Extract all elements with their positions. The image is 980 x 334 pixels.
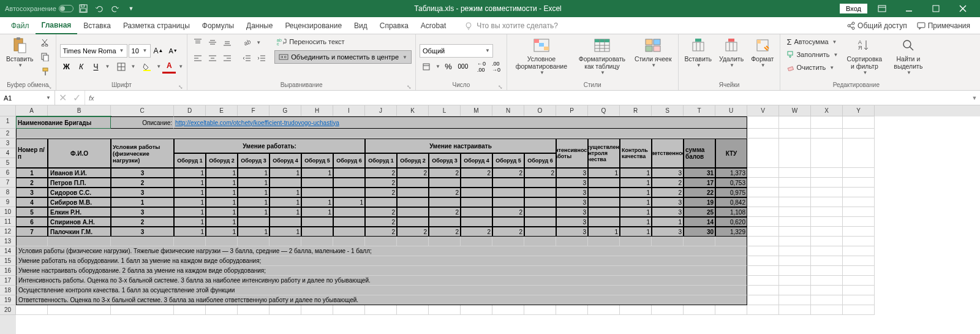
cells-area[interactable]: Наименование БригадыОписание:http://exce…: [16, 116, 980, 315]
cell[interactable]: 4: [16, 197, 48, 207]
cell[interactable]: [397, 237, 429, 246]
cell[interactable]: 3: [556, 207, 588, 217]
cell[interactable]: 25: [684, 207, 715, 217]
autosum-button[interactable]: ΣАвтосумма▼: [784, 36, 840, 48]
cell[interactable]: [461, 237, 492, 246]
cell[interactable]: Умение настраивать оборудование. 2 балла…: [16, 266, 747, 276]
comments-button[interactable]: Примечания: [912, 21, 975, 30]
expand-formula-icon[interactable]: ▼: [969, 91, 980, 105]
decrease-font-icon[interactable]: A▼: [167, 44, 180, 58]
col-header[interactable]: A: [16, 105, 48, 116]
format-as-table-button[interactable]: Форматировать как таблицу▼: [575, 36, 630, 77]
cell[interactable]: [238, 217, 270, 227]
row-header[interactable]: 9: [0, 197, 16, 207]
cell[interactable]: Контроль качества: [620, 139, 652, 168]
cell[interactable]: 2: [397, 227, 429, 237]
chevron-down-icon[interactable]: ▼: [130, 64, 135, 69]
align-center-icon[interactable]: [206, 51, 219, 65]
cell[interactable]: Интенсивность работы: [556, 139, 588, 168]
copy-icon[interactable]: [39, 50, 52, 64]
tab-разметка страницы[interactable]: Разметка страницы: [117, 17, 196, 34]
row-header[interactable]: 20: [0, 305, 16, 315]
cell[interactable]: [747, 116, 779, 129]
maximize-button[interactable]: [924, 0, 948, 17]
cell[interactable]: 0,975: [715, 188, 747, 197]
cell[interactable]: 17: [684, 178, 715, 188]
cell[interactable]: [588, 178, 620, 188]
cell[interactable]: [811, 286, 843, 295]
cell[interactable]: [492, 305, 524, 315]
cell[interactable]: Елкин Р.Н.: [48, 207, 111, 217]
cell[interactable]: 2: [365, 217, 397, 227]
name-box[interactable]: A1▼: [0, 91, 55, 105]
cell[interactable]: [206, 237, 238, 246]
launcher-icon[interactable]: ⤡: [407, 84, 412, 90]
row-header[interactable]: 4: [0, 148, 16, 158]
cell[interactable]: 1: [174, 197, 206, 207]
select-all-corner[interactable]: [0, 105, 16, 116]
cell[interactable]: 2: [461, 168, 492, 178]
cell[interactable]: [747, 286, 779, 295]
cell[interactable]: [843, 207, 875, 217]
align-left-icon[interactable]: [191, 51, 205, 65]
cell[interactable]: [524, 197, 556, 207]
cell[interactable]: [811, 246, 843, 256]
number-format-select[interactable]: Общий▼: [420, 44, 493, 58]
tab-главная[interactable]: Главная: [36, 17, 78, 34]
cell[interactable]: 1: [206, 197, 238, 207]
row-header[interactable]: 1: [0, 116, 16, 129]
align-right-icon[interactable]: [221, 51, 234, 65]
cell[interactable]: [715, 237, 747, 246]
cell[interactable]: [811, 276, 843, 286]
cell[interactable]: Ф.И.О: [48, 139, 111, 168]
cell[interactable]: [333, 207, 365, 217]
tell-me-search[interactable]: Что вы хотите сделать?: [464, 21, 558, 30]
cell[interactable]: 2: [429, 188, 461, 197]
cell[interactable]: Интенсивность работы. Оценка по 3-х баль…: [16, 276, 747, 286]
cell[interactable]: 1: [238, 207, 270, 217]
cell[interactable]: Палочкин Г.М.: [48, 227, 111, 237]
cell[interactable]: Оборуд 4: [461, 153, 492, 168]
row-header[interactable]: 8: [0, 188, 16, 197]
cell[interactable]: 22: [684, 188, 715, 197]
row-header[interactable]: 17: [0, 276, 16, 286]
cell[interactable]: 0,753: [715, 178, 747, 188]
cell[interactable]: [301, 188, 333, 197]
increase-font-icon[interactable]: A▲: [152, 44, 165, 58]
align-bottom-icon[interactable]: [221, 36, 234, 49]
cell[interactable]: [843, 286, 875, 295]
cell[interactable]: [811, 305, 843, 315]
format-cells-button[interactable]: Формат▼: [748, 36, 776, 69]
cell[interactable]: 3: [16, 188, 48, 197]
cell[interactable]: [715, 305, 747, 315]
col-header[interactable]: H: [301, 105, 333, 116]
format-painter-icon[interactable]: [39, 65, 52, 78]
cancel-icon[interactable]: ✕: [59, 92, 67, 104]
cell[interactable]: [811, 266, 843, 276]
cell[interactable]: 1: [111, 197, 174, 207]
cell[interactable]: [779, 116, 811, 129]
cell[interactable]: 1: [620, 168, 652, 178]
tab-формулы[interactable]: Формулы: [196, 17, 240, 34]
cell[interactable]: [811, 217, 843, 227]
cell[interactable]: [397, 178, 429, 188]
row-header[interactable]: 16: [0, 266, 16, 276]
cell[interactable]: 7: [16, 227, 48, 237]
cell[interactable]: [843, 168, 875, 178]
cell[interactable]: [111, 305, 174, 315]
row-header[interactable]: 5: [0, 158, 16, 168]
cell[interactable]: [779, 129, 811, 139]
cell[interactable]: [843, 129, 875, 139]
cell[interactable]: 2: [365, 188, 397, 197]
cell[interactable]: [206, 305, 238, 315]
cell[interactable]: [843, 116, 875, 129]
col-header[interactable]: F: [238, 105, 270, 116]
cell[interactable]: 3: [111, 188, 174, 197]
cell[interactable]: Оборуд 5: [301, 153, 333, 168]
launcher-icon[interactable]: ⤡: [498, 84, 503, 90]
cell[interactable]: Осуществление контроля качества. 1 балл …: [16, 286, 747, 295]
chevron-down-icon[interactable]: ▼: [435, 64, 440, 69]
cell[interactable]: 1: [238, 188, 270, 197]
cell[interactable]: 5: [16, 207, 48, 217]
cell[interactable]: 1: [620, 178, 652, 188]
